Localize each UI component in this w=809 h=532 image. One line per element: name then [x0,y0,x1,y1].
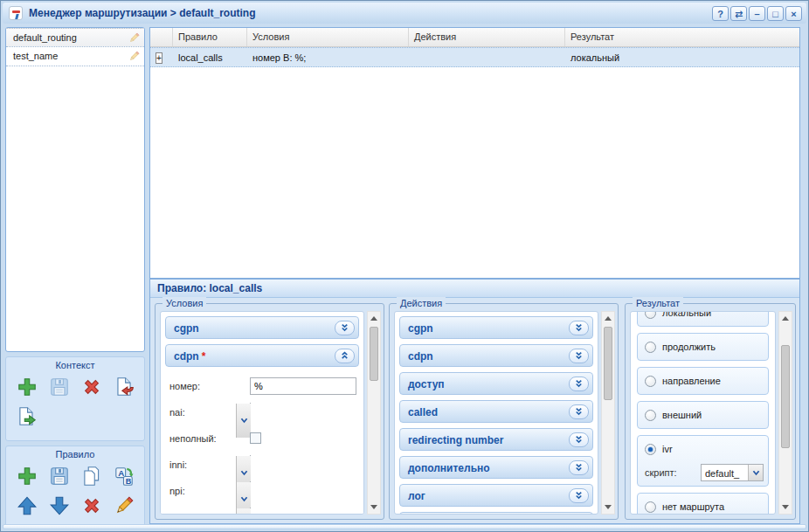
scroll-thumb[interactable] [604,327,612,400]
export-context-button[interactable] [10,403,43,432]
accordion-header-cdpn[interactable]: cdpn [399,344,593,367]
option-label: ivr [662,444,673,454]
context-list-item[interactable]: test_name [6,47,144,66]
result-legend: Результат [633,297,683,309]
chevron-double-down-icon[interactable] [569,349,589,363]
column-header[interactable]: Условия [247,28,409,46]
chevron-double-up-icon[interactable] [335,349,355,363]
script-select[interactable]: default_ [701,464,764,481]
result-option-нет-маршрута[interactable]: нет маршрута [637,493,769,515]
context-name: default_routing [13,32,77,43]
ni-select[interactable] [250,508,356,515]
radio-button[interactable] [645,376,656,387]
required-star: * [202,350,206,363]
close-button[interactable]: × [785,6,802,21]
accordion-header-redirecting-number[interactable]: redirecting number [399,428,593,451]
result-scrollbar[interactable] [778,311,792,515]
accordion-header-лог[interactable]: лог [399,484,593,507]
import-context-button[interactable] [107,373,140,403]
result-option-направление[interactable]: направление [637,367,769,395]
scroll-thumb[interactable] [370,327,378,381]
result-option-внешний[interactable]: внешний [637,401,769,429]
accordion-header-cgpn[interactable]: cgpn [399,316,593,339]
result-option-локальный[interactable]: локальный [637,311,769,327]
incomplete-checkbox[interactable] [250,432,261,444]
radio-button[interactable] [645,501,656,513]
context-list-item[interactable]: default_routing [6,28,144,47]
field-label: неполный: [169,433,217,444]
rule-editor: Правило: local_calls Условия cgpncdpn*но… [149,279,800,524]
copy-icon [80,465,103,490]
row-cell-result: локальный [565,48,799,66]
radio-button[interactable] [645,410,656,421]
script-row: скрипт:default_ [638,462,768,486]
minimize-button[interactable]: – [749,6,765,21]
accordion-label: дополнительно [408,462,490,474]
help-button[interactable]: ? [712,6,729,21]
actions-scrollbar[interactable] [601,311,615,515]
chevron-double-down-icon[interactable] [569,432,589,447]
scroll-up-icon[interactable] [368,312,380,325]
scroll-thumb[interactable] [781,345,790,448]
rename-pencil-icon[interactable] [128,31,141,45]
delete-rule-button[interactable] [75,492,107,522]
rename-rule-button[interactable]: AB [107,462,140,492]
delete-context-button[interactable] [75,373,107,403]
save-context-button[interactable] [43,373,75,403]
scroll-down-icon[interactable] [779,501,792,514]
accordion-header-called[interactable]: called [399,400,593,423]
accordion-label: доступ [408,378,445,390]
combo-arrow-icon[interactable] [236,508,251,515]
field-label: номер: [169,381,200,391]
svg-text:B: B [125,476,131,485]
edit-rule-button[interactable] [107,492,140,522]
column-header[interactable]: Результат [565,28,799,46]
move-rule-up-button[interactable] [10,492,43,522]
chevron-double-down-icon[interactable] [569,377,589,391]
column-header[interactable]: Действия [409,28,565,46]
rename-icon: AB [113,465,135,490]
refresh-button[interactable]: ⇄ [730,6,747,21]
add-context-button[interactable] [10,373,43,403]
scroll-down-icon[interactable] [368,501,380,514]
accordion-header-cdpn[interactable]: cdpn* [165,344,359,367]
option-label: внешний [662,410,702,420]
chevron-double-down-icon[interactable] [335,321,355,335]
copy-rule-button[interactable] [75,462,107,492]
save-rule-button[interactable] [43,462,75,492]
radio-button[interactable] [645,444,656,455]
field-label: npi: [169,486,185,496]
chevron-double-down-icon[interactable] [569,460,589,475]
expand-plus-icon[interactable]: + [156,52,162,64]
column-header[interactable]: Правило [173,28,247,46]
scroll-up-icon[interactable] [602,312,614,325]
chevron-double-down-icon[interactable] [569,488,589,503]
number-input[interactable] [250,377,356,395]
move-rule-down-button[interactable] [43,492,75,522]
form-row: номер: [166,373,358,399]
save-icon [48,376,71,401]
combo-arrow-icon[interactable] [748,465,763,480]
result-fieldset: Результат локальныйпродолжитьнаправление… [625,303,796,520]
conditions-scrollbar[interactable] [367,311,381,515]
result-option-продолжить[interactable]: продолжить [637,333,769,361]
column-header[interactable] [150,28,173,46]
result-option-ivr[interactable]: ivrскрипт:default_ [637,435,769,487]
radio-button[interactable] [645,342,656,353]
table-row[interactable]: +local_callsномер B: %;локальный [150,47,799,67]
add-rule-button[interactable] [10,462,43,492]
rename-pencil-icon[interactable] [128,50,141,63]
chevron-double-down-icon[interactable] [569,404,589,419]
scroll-up-icon[interactable] [779,312,792,325]
accordion-header-cgpn[interactable]: cgpn [165,316,359,339]
svg-text:A: A [118,468,124,478]
scroll-down-icon[interactable] [602,501,614,514]
accordion-header-дополнительно[interactable]: дополнительно [399,456,593,479]
maximize-button[interactable]: □ [767,6,784,21]
option-label: локальный [662,311,711,318]
chevron-double-down-icon[interactable] [569,321,589,335]
app-logo-icon [9,6,23,20]
radio-button[interactable] [645,311,656,319]
accordion-header-прочие[interactable]: прочие [399,512,593,515]
accordion-header-доступ[interactable]: доступ [399,372,593,395]
